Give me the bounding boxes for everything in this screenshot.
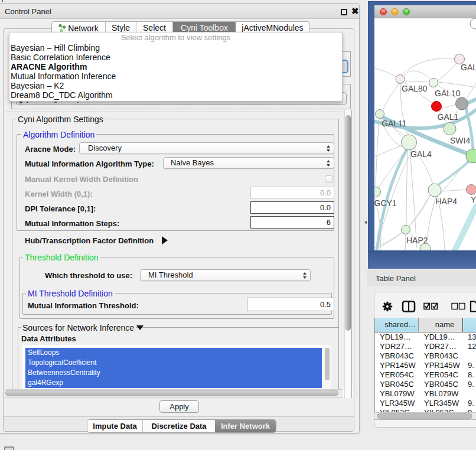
svg-text:GAL80: GAL80 [402, 84, 428, 93]
svg-text:Y: Y [471, 195, 476, 204]
svg-text:GAL2: GAL2 [461, 63, 476, 72]
svg-text:GAL11: GAL11 [382, 119, 407, 128]
svg-text:GAL1: GAL1 [438, 112, 459, 122]
svg-text:GCY1: GCY1 [374, 198, 397, 208]
svg-text:HAP4: HAP4 [436, 197, 458, 206]
svg-text:HAP2: HAP2 [406, 236, 428, 245]
svg-text:SWI4: SWI4 [450, 136, 470, 145]
svg-text:GAL4: GAL4 [410, 149, 432, 159]
svg-text:GAL10: GAL10 [435, 89, 461, 98]
